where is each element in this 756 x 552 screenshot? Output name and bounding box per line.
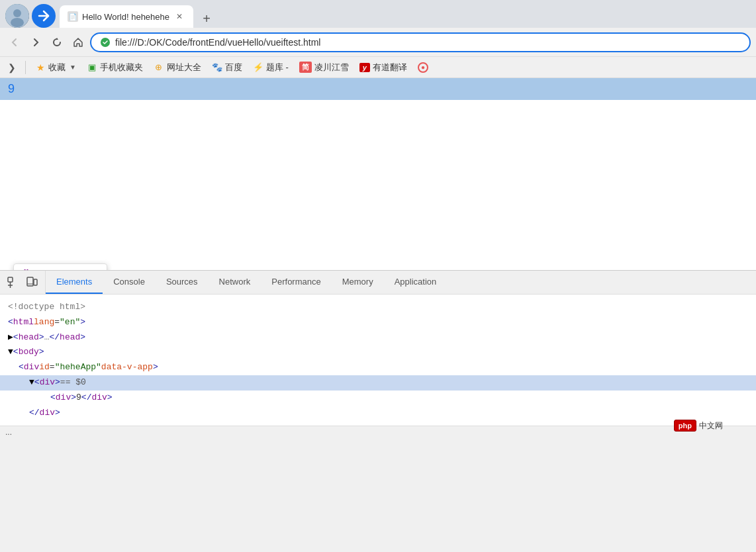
bookmark-more[interactable]: ●: [415, 61, 431, 74]
device-icon[interactable]: [24, 275, 40, 291]
code-line-1: <!doctype html>: [0, 300, 756, 315]
code-text: div: [56, 391, 71, 405]
code-text: </: [49, 331, 60, 345]
bookmark-nav[interactable]: ⊕ 网址大全: [151, 60, 204, 75]
code-text: <: [13, 331, 19, 345]
tab-sources[interactable]: Sources: [156, 271, 209, 294]
code-text: head: [19, 331, 39, 345]
footer-ellipsis: ...: [5, 428, 12, 437]
devtools-panel: Elements Console Sources Network Perform…: [0, 270, 756, 438]
url-bar[interactable]: file:///D:/OK/Code/frontEnd/vueHello/vue…: [90, 32, 751, 52]
bookmark-label: 百度: [225, 62, 242, 73]
reload-button[interactable]: [48, 33, 66, 52]
tab-application[interactable]: Application: [384, 271, 448, 294]
code-text: </: [81, 391, 92, 405]
questionbank-icon: ⚡: [253, 62, 263, 73]
code-line-3[interactable]: ▶ <head>…</head>: [0, 330, 756, 345]
navigation-button[interactable]: [32, 4, 56, 28]
code-text: div: [91, 391, 107, 405]
forward-button[interactable]: [26, 33, 45, 52]
bookmark-expand[interactable]: ❯: [5, 61, 19, 74]
code-text: div: [40, 376, 55, 390]
code-text: >: [153, 361, 158, 375]
home-button[interactable]: [69, 33, 87, 52]
code-text: body: [19, 345, 39, 359]
code-text: lang: [34, 316, 54, 330]
code-text: head: [60, 331, 80, 345]
url-text: file:///D:/OK/Code/frontEnd/vueHello/vue…: [115, 37, 741, 48]
tab-close-button[interactable]: ✕: [173, 11, 185, 23]
code-text: data-v-app: [101, 361, 153, 375]
tab-performance[interactable]: Performance: [261, 271, 331, 294]
svg-rect-11: [34, 279, 37, 285]
code-line-6[interactable]: ▼ <div> == $0: [0, 375, 756, 391]
code-text: <: [13, 345, 19, 359]
code-text: <: [19, 361, 24, 375]
bookmark-label: 题库 -: [266, 62, 289, 73]
tooltip-tag: div: [21, 268, 34, 270]
back-button[interactable]: [5, 33, 24, 52]
dropdown-arrow: ▼: [70, 64, 76, 71]
profile-avatar[interactable]: [5, 4, 29, 28]
code-text: =: [54, 316, 60, 330]
tab-elements[interactable]: Elements: [46, 271, 103, 294]
code-text: >: [55, 406, 60, 420]
bookmark-label: 凌川江雪: [314, 62, 349, 73]
code-line-4: ▼ <body>: [0, 345, 756, 360]
element-tooltip: div 871.62 × 21.43: [13, 263, 107, 270]
code-text: <: [34, 376, 40, 390]
code-text: >: [39, 345, 44, 359]
security-icon: [99, 36, 111, 48]
nav-bar: file:///D:/OK/Code/frontEnd/vueHello/vue…: [0, 28, 756, 57]
browser-chrome: 📄 Hello World! hehehehe ✕ + file:///D:/O…: [0, 0, 756, 78]
code-line-7: <div>9</div>: [0, 391, 756, 406]
code-text: div: [24, 361, 39, 375]
tab-favicon: 📄: [68, 11, 78, 22]
code-text: …: [44, 331, 50, 345]
code-text: <!doctype html>: [8, 300, 85, 314]
bookmarks-bar: ❯ ★ 收藏 ▼ ▣ 手机收藏夹 ⊕ 网址大全 🐾 百度 ⚡ 题库 - 简 凌川…: [0, 57, 756, 78]
devtools-code-panel: <!doctype html> <html lang="en"> ▶ <head…: [0, 295, 756, 426]
code-text: >: [71, 391, 76, 405]
devtools-icon-bar: [0, 271, 46, 294]
code-text: </: [29, 406, 40, 420]
code-text: >: [80, 316, 85, 330]
new-tab-button[interactable]: +: [197, 9, 216, 28]
bookmark-mobile[interactable]: ▣ 手机收藏夹: [84, 60, 146, 75]
code-text: "heheApp": [55, 361, 101, 375]
code-line-8: </div>: [0, 406, 756, 421]
bookmark-favorites[interactable]: ★ 收藏 ▼: [32, 60, 79, 75]
active-tab[interactable]: 📄 Hello World! hehehehe ✕: [60, 5, 193, 28]
bookmark-questionbank[interactable]: ⚡ 题库 -: [250, 60, 291, 75]
bookmarks-divider: [25, 61, 26, 74]
tab-console[interactable]: Console: [103, 271, 156, 294]
php-badge-container: php 中文网: [674, 420, 723, 432]
expand-arrow: ▼: [29, 376, 34, 390]
devtools-tabs: Elements Console Sources Network Perform…: [46, 271, 756, 294]
tab-network[interactable]: Network: [209, 271, 261, 294]
code-text: >: [107, 391, 113, 405]
code-line-2: <html lang="en">: [0, 315, 756, 330]
page-content: 9 div 871.62 × 21.43: [0, 78, 756, 270]
highlighted-row: 9: [0, 78, 756, 100]
bookmark-label: 有道翻译: [373, 62, 407, 73]
avatar-inner: [5, 4, 29, 28]
code-text: =: [50, 361, 55, 375]
tab-bar: 📄 Hello World! hehehehe ✕ +: [0, 0, 756, 28]
page-number: 9: [8, 82, 15, 96]
lingchuan-icon: 简: [299, 62, 312, 73]
bookmark-youdao[interactable]: y 有道翻译: [357, 60, 410, 75]
expand-arrow: ▼: [8, 345, 13, 359]
devtools-toolbar: Elements Console Sources Network Perform…: [0, 271, 756, 295]
code-line-5: <div id="heheApp" data-v-app>: [0, 360, 756, 375]
bookmark-baidu[interactable]: 🐾 百度: [209, 60, 245, 75]
tab-memory[interactable]: Memory: [332, 271, 384, 294]
inspector-icon[interactable]: [5, 275, 21, 291]
code-text: html: [13, 316, 34, 330]
svg-text:📄: 📄: [69, 13, 77, 21]
svg-point-2: [11, 18, 24, 27]
code-text: <: [8, 316, 13, 330]
php-badge: php: [674, 420, 696, 432]
star-icon: ★: [35, 62, 46, 73]
bookmark-lingchuan[interactable]: 简 凌川江雪: [297, 60, 352, 75]
